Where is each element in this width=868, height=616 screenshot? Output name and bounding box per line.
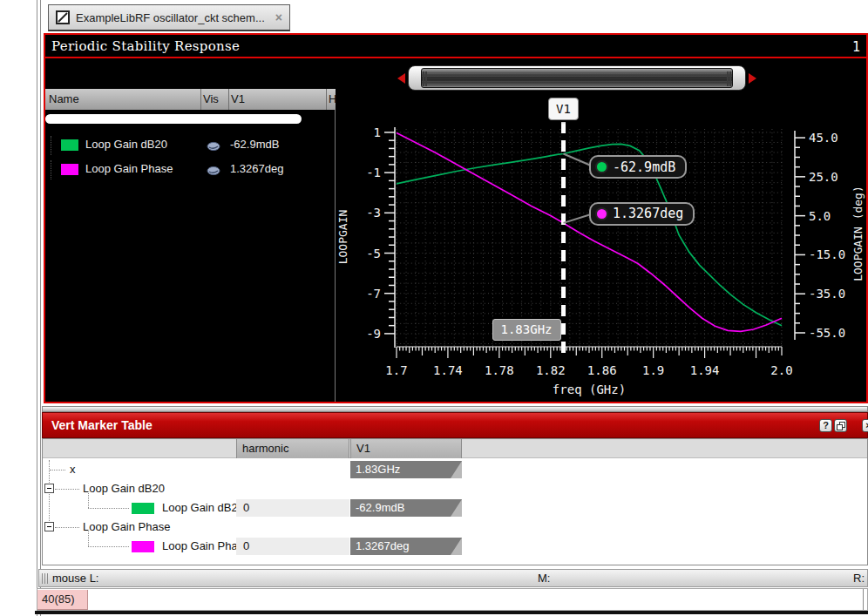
zoom-scrollbar-thumb[interactable] (421, 68, 733, 88)
group-label: Loop Gain dB20 (83, 482, 165, 495)
tree-expander-icon[interactable] (44, 484, 54, 493)
status-mouse-left: mouse L: (52, 572, 98, 585)
marker-callout-db-value: -62.9mdB (613, 159, 675, 175)
trace-color-swatch (132, 541, 154, 552)
legend-row-loop-gain-db20[interactable]: Loop Gain dB20-62.9mdB (45, 134, 335, 157)
restore-button[interactable] (834, 419, 847, 432)
marker-table-row-loop-gain-phase[interactable]: Loop Gain Phase (43, 518, 867, 537)
scroll-left-arrow-icon[interactable] (397, 73, 405, 84)
marker-v1-flag[interactable]: V1 (548, 98, 579, 120)
v1-value-cell[interactable]: 1.3267deg (350, 538, 462, 555)
tree-expander-icon[interactable] (44, 522, 54, 531)
graph-window-title: Periodic Stability Response (45, 35, 866, 58)
legend-column-header[interactable]: Name Vis V1 H (45, 89, 336, 110)
close-button[interactable]: × (862, 419, 868, 432)
point-counter-badge: 40(85) (37, 590, 88, 610)
row-label: Loop Gain dB20 (162, 501, 244, 514)
tree-guide (88, 508, 129, 509)
legend-plot-splitter[interactable] (335, 110, 336, 402)
trace-color-swatch (61, 164, 78, 175)
trace-marker-value: -62.9mdB (230, 138, 279, 151)
vert-marker-table: harmonic V1 x1.83GHzLoop Gain dB20Loop G… (42, 438, 868, 565)
tree-guide (88, 530, 89, 546)
marker-x-value-label[interactable]: 1.83GHz (492, 319, 561, 341)
tree-guide (55, 489, 79, 490)
thumb-right-grip[interactable] (727, 71, 731, 86)
visibility-eye-icon[interactable] (207, 164, 220, 179)
marker-callout-phase-value: 1.3267deg (613, 206, 683, 221)
marker-callout-loopgain-db[interactable]: -62.9mdB (589, 155, 687, 179)
tree-guide (51, 136, 51, 155)
status-mouse-right: R: (853, 572, 865, 585)
footer-divider (863, 589, 864, 610)
window-bottom-edge (35, 611, 868, 614)
trace-name: Loop Gain dB20 (85, 138, 167, 151)
column-header-harmonic[interactable]: harmonic (236, 439, 349, 458)
graph-window: Periodic Stability Response 1 Name Vis V… (44, 33, 868, 403)
tree-guide (55, 527, 79, 528)
zoom-scrollbar-track[interactable] (408, 65, 746, 91)
column-header-v1[interactable]: V1 (350, 439, 462, 458)
footer-bar: 40(85) (37, 588, 868, 611)
thumb-left-grip[interactable] (423, 71, 427, 86)
pane-splitter[interactable] (37, 0, 41, 616)
tree-guide (50, 470, 65, 470)
legend-col-name[interactable]: Name (49, 92, 79, 105)
vert-marker-table-titlebar[interactable]: Vert Marker Table ? × (42, 412, 868, 438)
group-label: Loop Gain Phase (83, 520, 170, 533)
trace-name: Loop Gain Phase (85, 162, 173, 175)
status-bar: mouse L: M: R: (38, 569, 868, 587)
green-marker-dot-icon (597, 162, 607, 172)
legend-col-h-clipped[interactable]: H (329, 92, 336, 105)
magenta-marker-dot-icon (597, 209, 607, 219)
page-indicator: 1 (852, 39, 860, 55)
vert-marker-table-title: Vert Marker Table (51, 418, 153, 432)
status-mouse-middle: M: (538, 572, 550, 585)
marker-table-row-loop-gain-db20[interactable]: Loop Gain dB20 (43, 479, 867, 498)
statusbar-grip[interactable] (42, 573, 50, 584)
legend-row-loop-gain-phase[interactable]: Loop Gain Phase1.3267deg (45, 159, 335, 181)
trace-color-swatch (132, 503, 154, 514)
tab-label: ExampleLibRF oscillator_ckt schem... (76, 11, 269, 24)
tab-oscillator-schematic[interactable]: ExampleLibRF oscillator_ckt schem... × (48, 4, 290, 31)
marker-table-row-loop-gain-db20[interactable]: Loop Gain dB200-62.9mdB (43, 498, 867, 518)
marker-table-row-x[interactable]: x1.83GHz (43, 460, 867, 479)
harmonic-cell[interactable]: 0 (236, 499, 349, 517)
marker-callout-loopgain-phase[interactable]: 1.3267deg (589, 202, 695, 226)
trace-color-swatch (61, 139, 78, 151)
tab-close-icon[interactable]: × (275, 11, 282, 24)
tree-guide (88, 546, 129, 547)
plot-window-icon (56, 10, 70, 24)
legend-col-vis[interactable]: Vis (203, 92, 219, 105)
window-resize-grip[interactable] (42, 406, 868, 412)
help-button[interactable]: ? (819, 419, 832, 432)
v1-value-cell[interactable]: -62.9mdB (350, 499, 462, 517)
legend-col-v1[interactable]: V1 (231, 92, 245, 105)
trace-marker-value: 1.3267deg (230, 162, 283, 175)
v1-value-cell[interactable]: 1.83GHz (350, 461, 462, 478)
x-zoom-scrollbar[interactable] (397, 65, 756, 91)
marker-table-header-row: harmonic V1 (43, 439, 867, 458)
legend-horizontal-scrollbar[interactable] (45, 114, 302, 124)
visibility-eye-icon[interactable] (207, 139, 220, 155)
harmonic-cell[interactable]: 0 (236, 538, 349, 555)
tree-guide (88, 491, 89, 508)
tree-guide (51, 160, 51, 179)
row-label: x (70, 463, 76, 476)
scroll-right-arrow-icon[interactable] (749, 73, 756, 84)
vert-marker-table-window: Vert Marker Table ? × harmonic V1 x1.83G… (42, 406, 868, 565)
marker-table-row-loop-gain-phase[interactable]: Loop Gain Phase01.3267deg (43, 537, 867, 556)
